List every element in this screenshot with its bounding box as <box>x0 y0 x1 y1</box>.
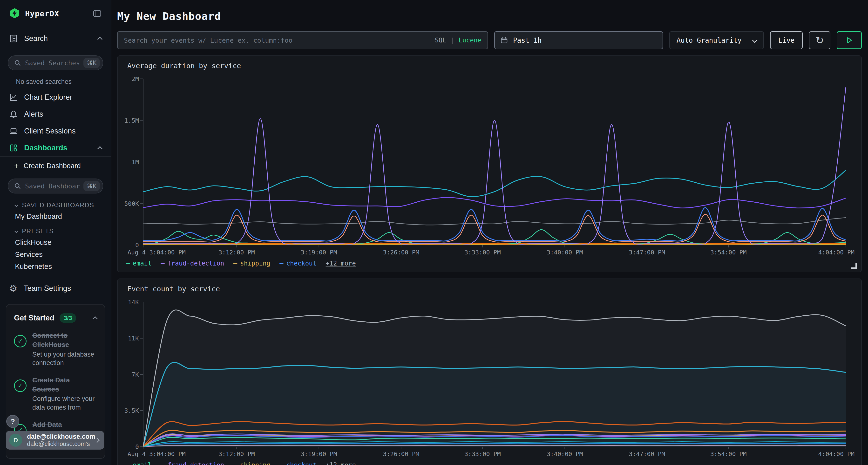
get-started-step-sources[interactable]: ✓ Create Data Sources Configure where yo… <box>14 376 97 412</box>
sidebar: HyperDX Search ⌘K No saved searches Char… <box>0 0 112 465</box>
saved-searches-search[interactable]: ⌘K <box>8 56 103 70</box>
legend-item-checkout[interactable]: —checkout <box>279 461 317 465</box>
legend-item-shipping[interactable]: —shipping <box>234 461 271 465</box>
sidebar-item-chart-explorer[interactable]: Chart Explorer <box>0 89 111 106</box>
y-axis-label: 11K <box>128 335 139 342</box>
sidebar-item-clickhouse[interactable]: ClickHouse <box>0 236 111 248</box>
logo[interactable]: HyperDX <box>9 8 59 20</box>
chart-legend: —email—fraud-detection—shipping—checkout… <box>126 260 356 267</box>
my-dashboard-label: My Dashboard <box>15 212 62 221</box>
saved-dashboards-input[interactable] <box>25 182 80 190</box>
sidebar-item-label: Alerts <box>24 110 43 119</box>
dashboard-toolbar: SQL | Lucene Past 1h Auto Granularity Li… <box>117 31 862 49</box>
create-dashboard-button[interactable]: + Create Dashboard <box>0 157 111 175</box>
preset-label: Services <box>15 250 43 259</box>
time-range-value: Past 1h <box>513 36 541 44</box>
step-title: Add Data <box>32 420 97 429</box>
legend-item-checkout[interactable]: —checkout <box>279 260 317 267</box>
shortcut-badge: ⌘K <box>84 58 100 68</box>
chevron-up-icon <box>97 146 102 151</box>
sql-toggle[interactable]: SQL <box>435 37 446 44</box>
presets-section-header[interactable]: PRESETS <box>0 226 111 236</box>
chevron-down-icon <box>14 203 18 207</box>
legend-more-link[interactable]: +12 more <box>326 461 356 465</box>
series-line-violet-spikes <box>143 87 846 244</box>
sidebar-item-my-dashboard[interactable]: My Dashboard <box>0 210 111 222</box>
legend-item-email[interactable]: —email <box>126 461 152 465</box>
get-started-title: Get Started <box>14 314 54 322</box>
sidebar-item-team-settings[interactable]: ⚙ Team Settings <box>0 280 111 297</box>
y-axis-label: 2M <box>132 75 139 82</box>
laptop-icon <box>9 127 18 135</box>
granularity-select[interactable]: Auto Granularity <box>669 31 764 49</box>
legend-item-fraud-detection[interactable]: —fraud-detection <box>161 461 224 465</box>
x-axis-label: 3:33:00 PM <box>464 249 501 256</box>
legend-item-fraud-detection[interactable]: —fraud-detection <box>161 260 224 267</box>
legend-label: shipping <box>240 461 270 465</box>
events-search-input[interactable] <box>124 37 430 44</box>
preset-label: Kubernetes <box>15 262 52 271</box>
saved-searches-input[interactable] <box>25 59 80 67</box>
chevron-down-icon <box>752 38 757 43</box>
x-axis-label: 3:33:00 PM <box>464 451 501 458</box>
run-query-button[interactable] <box>837 31 862 49</box>
x-axis-label: 3:26:00 PM <box>383 249 419 256</box>
x-axis-label: Aug 4 3:04:00 PM <box>128 451 186 458</box>
y-axis-label: 7K <box>132 371 139 378</box>
sidebar-collapse-button[interactable] <box>93 9 102 19</box>
chart-panel-average-duration: Average duration by service 2M1.5M1M500K… <box>117 56 862 272</box>
sidebar-item-services[interactable]: Services <box>0 248 111 261</box>
help-button[interactable]: ? <box>6 415 19 428</box>
x-axis-label: 3:47:00 PM <box>629 249 665 256</box>
refresh-button[interactable]: ↻ <box>809 31 830 49</box>
events-search-box[interactable]: SQL | Lucene <box>117 31 488 49</box>
legend-label: checkout <box>286 260 316 267</box>
sidebar-item-dashboards[interactable]: Dashboards <box>0 139 111 156</box>
dashboards-grid-icon <box>9 143 18 152</box>
x-axis-label: 3:26:00 PM <box>383 451 419 458</box>
sidebar-item-kubernetes[interactable]: Kubernetes <box>0 261 111 272</box>
sidebar-item-alerts[interactable]: Alerts <box>0 106 111 123</box>
legend-item-email[interactable]: —email <box>126 260 152 267</box>
chevron-up-icon <box>97 37 102 42</box>
get-started-header[interactable]: Get Started 3/3 <box>14 313 97 323</box>
plus-icon: + <box>14 162 19 170</box>
shortcut-badge: ⌘K <box>84 181 100 191</box>
legend-label: email <box>133 260 151 267</box>
series-line-flat-orange <box>143 243 846 244</box>
x-axis-label: 3:54:00 PM <box>710 249 747 256</box>
divider <box>0 48 111 48</box>
saved-dashboards-section-header[interactable]: SAVED DASHBOARDS <box>0 200 111 210</box>
saved-dashboards-search[interactable]: ⌘K <box>8 178 103 194</box>
lucene-toggle[interactable]: Lucene <box>459 37 481 44</box>
search-icon <box>14 182 21 190</box>
legend-more-link[interactable]: +12 more <box>326 260 356 267</box>
search-section-label: Search <box>24 34 48 43</box>
series-line-cyan-wavy <box>143 170 846 197</box>
sidebar-item-client-sessions[interactable]: Client Sessions <box>0 123 111 139</box>
y-axis-label: 14K <box>128 299 139 306</box>
get-started-progress-badge: 3/3 <box>60 313 76 323</box>
legend-swatch: — <box>126 260 130 267</box>
refresh-icon: ↻ <box>815 34 824 46</box>
legend-item-shipping[interactable]: —shipping <box>234 260 271 267</box>
sidebar-section-search[interactable]: Search <box>0 28 111 48</box>
user-menu[interactable]: D dale@clickhouse.com dale@clickhouse.co… <box>6 431 104 450</box>
panel-resize-handle[interactable] <box>851 263 857 269</box>
sidebar-item-label: Client Sessions <box>24 127 76 135</box>
chevron-up-icon <box>93 316 98 321</box>
bell-icon <box>9 110 18 119</box>
legend-swatch: — <box>161 461 165 465</box>
time-range-picker[interactable]: Past 1h <box>494 31 663 49</box>
y-axis-label: 3.5K <box>124 407 139 414</box>
panel-collapse-icon <box>93 9 102 19</box>
sidebar-item-label: Dashboards <box>24 143 67 152</box>
get-started-step-connect[interactable]: ✓ Connect to ClickHouse Set up your data… <box>14 331 97 367</box>
legend-label: fraud-detection <box>167 461 224 465</box>
play-icon <box>845 36 853 44</box>
series-line-purple-wavy <box>143 198 846 208</box>
x-axis-label: 3:54:00 PM <box>710 451 747 458</box>
chevron-down-icon <box>14 229 18 233</box>
live-button[interactable]: Live <box>770 31 803 49</box>
user-email: dale@clickhouse.com <box>27 433 90 440</box>
